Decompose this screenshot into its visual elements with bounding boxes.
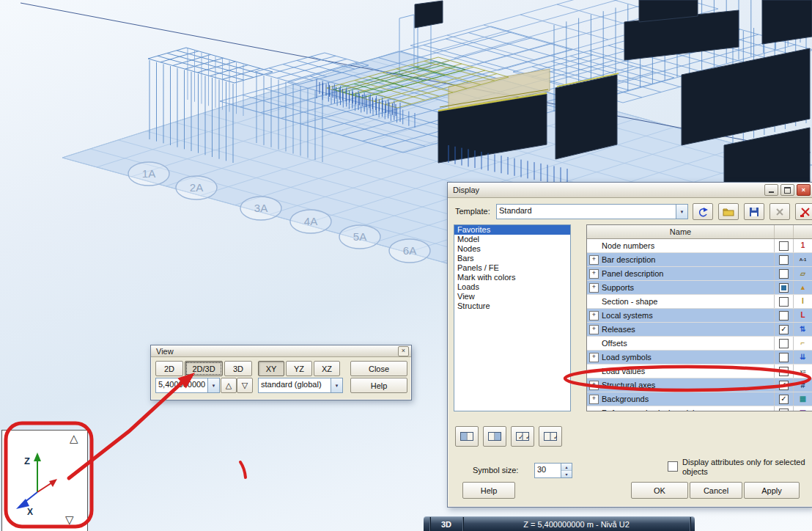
- help-button[interactable]: Help: [462, 482, 515, 499]
- help-button[interactable]: Help: [350, 378, 407, 393]
- table-row-backgrounds[interactable]: +Backgrounds✓▦: [587, 392, 812, 406]
- category-item-favorites[interactable]: Favorites: [454, 225, 570, 235]
- table-row-section-shape[interactable]: Section - shapeI: [587, 295, 812, 309]
- table-row-bar-description[interactable]: +Bar descriptionA-1: [587, 253, 812, 267]
- visibility-checkbox[interactable]: [779, 255, 789, 265]
- display-dialog-title: Display: [453, 186, 762, 194]
- spin-down-icon[interactable]: ▾: [561, 471, 572, 477]
- table-row-offsets[interactable]: Offsets⌐: [587, 337, 812, 351]
- remove-template-button[interactable]: [795, 203, 812, 220]
- chevron-down-icon[interactable]: ▼: [207, 378, 219, 392]
- visibility-checkbox[interactable]: [779, 409, 789, 412]
- level-down-button[interactable]: ▽: [237, 378, 253, 393]
- visibility-checkbox[interactable]: [779, 353, 789, 362]
- visibility-checkbox[interactable]: [779, 297, 789, 307]
- expand-icon[interactable]: +: [589, 395, 599, 404]
- svg-text:✓: ✓: [525, 433, 529, 441]
- grid-axis-bubble: 3A: [240, 197, 281, 220]
- name-column-header: Name: [587, 225, 774, 238]
- chevron-down-icon[interactable]: ▼: [676, 205, 687, 219]
- row-label: Load values: [587, 367, 774, 376]
- expand-icon[interactable]: +: [589, 325, 599, 334]
- close-button[interactable]: Close: [350, 361, 407, 376]
- table-row-local-systems[interactable]: +Local systemsL: [587, 309, 812, 323]
- visibility-checkbox[interactable]: ✓: [779, 395, 789, 404]
- visibility-checkbox[interactable]: [779, 283, 789, 293]
- level-up-button[interactable]: △: [221, 378, 237, 393]
- table-row-reference-physical-model[interactable]: Reference physical model▦: [587, 406, 812, 411]
- cancel-button[interactable]: Cancel: [690, 482, 742, 499]
- attributes-table: Name Node numbers1+Bar descriptionA-1+Pa…: [586, 224, 812, 411]
- reload-template-button[interactable]: [693, 203, 713, 220]
- category-item-model[interactable]: Model: [454, 235, 570, 244]
- expand-icon[interactable]: +: [589, 255, 599, 265]
- chevron-down-icon[interactable]: ▼: [331, 378, 342, 392]
- grid-bubble-label: 1A: [142, 167, 155, 180]
- category-item-bars[interactable]: Bars: [454, 254, 570, 263]
- checkbox-column-header: [774, 225, 793, 238]
- view-mode-2d-3d-button[interactable]: 2D/3D: [185, 361, 223, 376]
- visibility-checkbox[interactable]: [779, 311, 789, 321]
- table-row-releases[interactable]: +Releases✓⇅: [587, 323, 812, 337]
- row-label: Structural axes: [587, 381, 774, 389]
- view-mode-2d-button[interactable]: 2D: [155, 361, 183, 376]
- close-icon[interactable]: ×: [797, 184, 811, 196]
- view-plane-xz-button[interactable]: XZ: [314, 361, 340, 376]
- node-numbers-icon: 1: [801, 242, 805, 249]
- z-axis-label: Z: [24, 455, 30, 466]
- pane-button-1[interactable]: [455, 426, 479, 447]
- visibility-checkbox[interactable]: [779, 269, 789, 279]
- grid-bubble-label: 4A: [304, 215, 317, 227]
- table-row-panel-description[interactable]: +Panel description▱: [587, 267, 812, 281]
- visibility-checkbox[interactable]: [779, 367, 789, 376]
- symbol-size-stepper[interactable]: 30 ▴▾: [534, 463, 572, 478]
- expand-icon[interactable]: +: [589, 381, 599, 390]
- bar-description-icon: A-1: [800, 257, 807, 262]
- expand-icon[interactable]: +: [589, 283, 599, 293]
- row-label: Local systems: [587, 311, 774, 320]
- view-mode-3d-button[interactable]: 3D: [224, 361, 252, 376]
- table-row-supports[interactable]: +Supports▲: [587, 281, 812, 295]
- expand-icon[interactable]: +: [589, 353, 599, 362]
- visibility-checkbox[interactable]: [779, 241, 789, 251]
- minimize-icon[interactable]: [764, 184, 778, 196]
- projection-combo[interactable]: standard (global) ▼: [258, 378, 343, 393]
- visibility-checkbox[interactable]: [779, 339, 789, 348]
- pane-button-3[interactable]: ✓✓: [511, 426, 534, 447]
- save-button[interactable]: [744, 203, 764, 220]
- view-plane-yz-button[interactable]: YZ: [286, 361, 312, 376]
- visibility-checkbox[interactable]: ✓: [779, 381, 789, 390]
- expand-icon[interactable]: +: [589, 269, 599, 279]
- grid-bubble-label: 5A: [353, 230, 366, 243]
- svg-text:✓: ✓: [518, 433, 524, 441]
- level-combo[interactable]: 5,400000000 ▼: [155, 378, 220, 393]
- table-row-load-values[interactable]: Load valuesx=: [587, 365, 812, 378]
- pane-button-2[interactable]: [483, 426, 506, 447]
- open-folder-button[interactable]: [718, 203, 739, 220]
- ok-button[interactable]: OK: [631, 482, 688, 499]
- category-item-nodes[interactable]: Nodes: [454, 244, 570, 254]
- delete-button[interactable]: [769, 203, 790, 220]
- spin-up-icon[interactable]: ▴: [561, 464, 572, 471]
- table-row-structural-axes[interactable]: +Structural axes✓#: [587, 378, 812, 392]
- grid-axis-bubble: 4A: [290, 210, 331, 233]
- category-item-mark-with-colors[interactable]: Mark with colors: [454, 273, 570, 282]
- view-plane-xy-button[interactable]: XY: [258, 361, 284, 376]
- restore-icon[interactable]: [780, 184, 794, 196]
- pane-button-4[interactable]: ✓: [539, 426, 562, 447]
- template-combo[interactable]: Standard ▼: [496, 204, 688, 219]
- category-item-view[interactable]: View: [454, 292, 570, 301]
- category-item-loads[interactable]: Loads: [454, 282, 570, 292]
- visibility-checkbox[interactable]: ✓: [779, 325, 789, 334]
- attributes-only-checkbox[interactable]: [668, 461, 678, 472]
- expand-icon[interactable]: +: [589, 311, 599, 321]
- category-item-structure[interactable]: Structure: [454, 301, 570, 311]
- category-item-panels-fe[interactable]: Panels / FE: [454, 263, 570, 273]
- structural-axes-icon: #: [800, 381, 805, 389]
- table-row-node-numbers[interactable]: Node numbers1: [587, 239, 812, 253]
- apply-button[interactable]: Apply: [744, 482, 800, 499]
- table-row-load-symbols[interactable]: +Load symbols⇊: [587, 351, 812, 365]
- close-icon[interactable]: ×: [398, 346, 409, 356]
- remove-template-icon: [800, 207, 811, 217]
- rotate-up-button[interactable]: △: [70, 433, 78, 444]
